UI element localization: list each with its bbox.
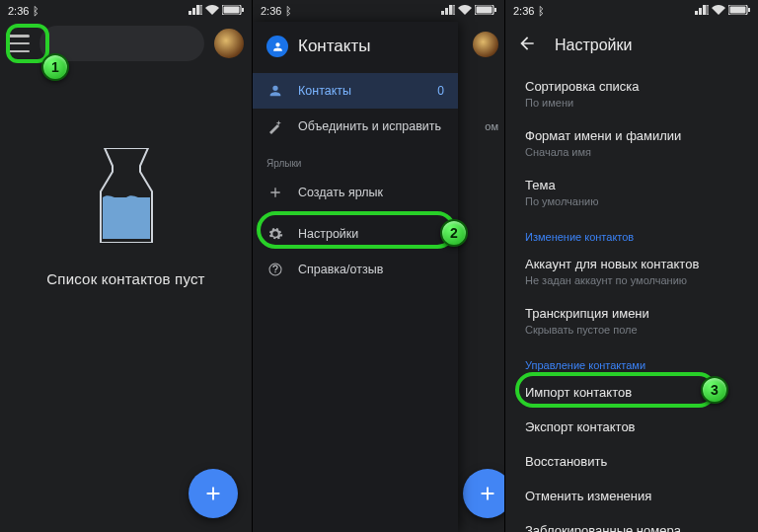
top-app-bar — [0, 22, 252, 65]
add-contact-fab[interactable] — [189, 469, 238, 518]
drawer-item-create-label[interactable]: Создать ярлык — [253, 175, 458, 210]
hint-badge-2: 2 — [440, 219, 468, 247]
bluetooth-icon: ᛒ — [33, 5, 39, 17]
svg-rect-7 — [477, 7, 493, 14]
empty-state-text: Список контактов пуст — [46, 270, 204, 287]
help-icon — [266, 262, 284, 277]
drawer-item-merge-fix[interactable]: Объединить и исправить — [253, 109, 458, 144]
avatar — [473, 32, 498, 57]
settings-section-edit: Изменение контактов — [505, 217, 758, 247]
person-icon — [266, 83, 284, 99]
setting-blocked-numbers[interactable]: Заблокированные номера — [505, 513, 758, 532]
drawer-item-label: Справка/отзыв — [298, 263, 383, 276]
contacts-app-icon — [266, 36, 288, 57]
magic-wand-icon — [266, 118, 284, 134]
wifi-icon — [205, 5, 219, 17]
back-arrow-icon[interactable] — [517, 34, 537, 57]
screen-empty-contacts: 2:36 ᛒ — [0, 0, 253, 532]
status-time: 2:36 — [513, 5, 534, 17]
navigation-drawer: Контакты Контакты 0 Объединить и исправи… — [253, 22, 458, 532]
drawer-item-label: Создать ярлык — [298, 186, 383, 199]
drawer-title: Контакты — [298, 37, 370, 56]
settings-section-manage: Управление контактами — [505, 345, 758, 375]
svg-rect-10 — [707, 5, 709, 15]
status-bar: 2:36 ᛒ — [253, 0, 504, 22]
svg-rect-3 — [242, 8, 244, 12]
status-bar: 2:36 ᛒ — [0, 0, 252, 22]
drawer-item-settings[interactable]: Настройки — [253, 216, 458, 252]
avatar[interactable] — [214, 29, 244, 58]
drawer-item-contacts[interactable]: Контакты 0 — [253, 73, 458, 109]
signal-icon — [189, 5, 202, 17]
svg-rect-2 — [224, 7, 240, 14]
status-time: 2:36 — [8, 5, 29, 17]
signal-icon — [441, 5, 455, 17]
drawer-section-labels: Ярлыки — [253, 144, 458, 175]
setting-default-account[interactable]: Аккаунт для новых контактов Не задан акк… — [505, 247, 758, 296]
screen-settings: 2:36 ᛒ Настройки С — [505, 0, 758, 532]
page-title: Настройки — [555, 37, 632, 54]
svg-rect-13 — [748, 8, 750, 12]
battery-icon — [475, 5, 496, 17]
status-time: 2:36 — [261, 5, 281, 17]
setting-phonetic[interactable]: Транскрипция имени Скрывать пустое поле — [505, 296, 758, 345]
drawer-item-label: Контакты — [298, 84, 351, 98]
gear-icon — [266, 226, 284, 242]
settings-app-bar: Настройки — [505, 22, 758, 67]
screen-drawer: 2:36 ᛒ ом — [253, 0, 505, 532]
settings-list: Сортировка списка По имени Формат имени … — [505, 67, 758, 532]
svg-rect-8 — [494, 8, 496, 12]
svg-rect-0 — [200, 5, 202, 15]
drawer-item-count: 0 — [437, 84, 444, 98]
empty-illustration — [91, 148, 162, 243]
menu-icon[interactable] — [8, 35, 30, 52]
underlying-screen-sliver: ом — [457, 22, 504, 532]
battery-icon — [728, 5, 750, 17]
bluetooth-icon: ᛒ — [285, 5, 292, 17]
setting-name-format[interactable]: Формат имени и фамилии Сначала имя — [505, 118, 758, 168]
status-bar: 2:36 ᛒ — [505, 0, 758, 22]
wifi-icon — [458, 5, 472, 17]
setting-sort[interactable]: Сортировка списка По имени — [505, 69, 758, 118]
drawer-item-help[interactable]: Справка/отзыв — [253, 252, 458, 287]
drawer-item-label: Настройки — [298, 227, 358, 241]
drawer-item-label: Объединить и исправить — [298, 119, 441, 133]
wifi-icon — [712, 5, 725, 17]
truncated-text: ом — [485, 120, 498, 132]
battery-icon — [222, 5, 244, 17]
setting-theme[interactable]: Тема По умолчанию — [505, 168, 758, 217]
svg-rect-12 — [730, 7, 746, 14]
setting-restore[interactable]: Восстановить — [505, 444, 758, 479]
svg-rect-5 — [453, 5, 455, 15]
add-contact-fab[interactable] — [463, 469, 505, 518]
plus-icon — [266, 185, 284, 200]
drawer-header: Контакты — [253, 22, 458, 73]
hint-badge-1: 1 — [41, 53, 69, 81]
signal-icon — [695, 5, 709, 17]
setting-undo-changes[interactable]: Отменить изменения — [505, 479, 758, 513]
hint-badge-3: 3 — [701, 376, 728, 404]
bluetooth-icon: ᛒ — [538, 5, 545, 17]
setting-export[interactable]: Экспорт контактов — [505, 410, 758, 444]
